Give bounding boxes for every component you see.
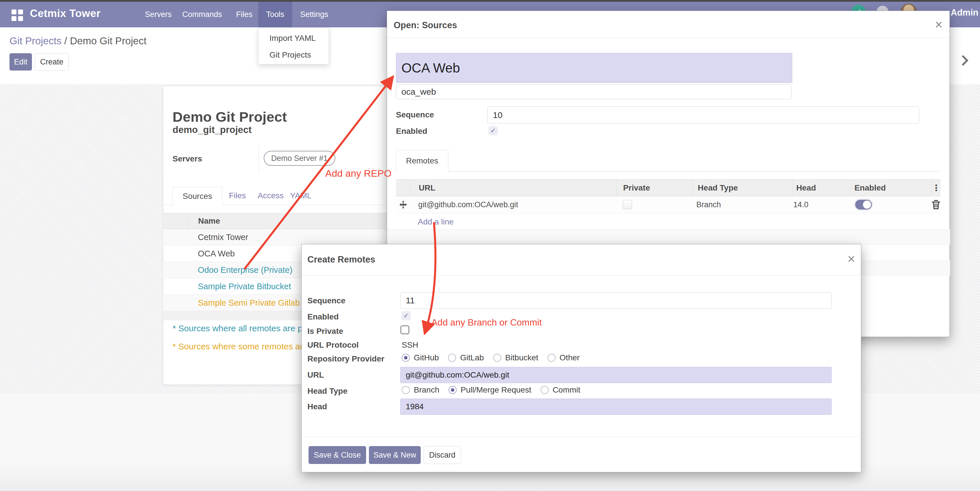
source-name-input[interactable]: OCA Web: [396, 53, 792, 83]
radio-github[interactable]: [402, 354, 410, 362]
modal-footer-divider: [302, 437, 862, 437]
notebook-tab-line: [396, 171, 940, 172]
save-close-button[interactable]: Save & Close: [309, 446, 366, 464]
servers-field-label: Servers: [173, 154, 202, 163]
add-a-line-link[interactable]: Add a line: [418, 217, 454, 226]
project-code: demo_git_project: [173, 124, 251, 135]
radio-gitlab[interactable]: [448, 354, 456, 362]
sequence-label: Sequence: [396, 110, 434, 120]
url-column-header[interactable]: URL: [410, 180, 617, 196]
sequence-input[interactable]: 10: [487, 107, 920, 123]
delete-row-icon[interactable]: [931, 200, 940, 209]
handle-column: [396, 180, 410, 196]
head-type-radios: Branch Pull/Merge Request Commit: [402, 385, 580, 395]
sequence-label: Sequence: [307, 296, 345, 305]
repository-provider-label: Repository Provider: [307, 354, 385, 363]
remote-head-cell[interactable]: 14.0: [790, 200, 847, 209]
url-protocol-value: SSH: [402, 341, 418, 350]
remote-row[interactable]: git@github.com:OCA/web.git Branch 14.0: [396, 196, 940, 213]
create-button[interactable]: Create: [35, 53, 69, 70]
discard-button[interactable]: Discard: [423, 446, 461, 464]
radio-bitbucket[interactable]: [493, 354, 501, 362]
server-tag[interactable]: Demo Server #1: [264, 151, 335, 166]
app-window: Cetmix Tower Servers Commands Files Tool…: [0, 0, 980, 491]
enabled-checkbox[interactable]: ✓: [401, 311, 410, 320]
apps-menu-icon[interactable]: [11, 10, 23, 21]
select-column: [163, 213, 189, 229]
url-protocol-label: URL Protocol: [307, 341, 359, 350]
breadcrumb: Git Projects / Demo Git Project: [10, 35, 146, 46]
enabled-label: Enabled: [396, 127, 427, 136]
nav-item-tools[interactable]: Tools: [258, 2, 292, 27]
footnote-semi-private: * Sources where some remotes are: [173, 342, 308, 351]
modal-header-divider: [387, 38, 950, 38]
remote-private-cell[interactable]: [614, 200, 692, 209]
is-private-checkbox[interactable]: [401, 325, 409, 334]
remote-enabled-cell: [847, 200, 931, 209]
menu-item-git-projects[interactable]: Git Projects: [259, 46, 329, 63]
tab-yaml[interactable]: YAML: [280, 187, 321, 205]
tab-sources[interactable]: Sources: [173, 187, 222, 205]
menu-item-import-yaml[interactable]: Import YAML: [259, 30, 329, 46]
name-column-header[interactable]: Name: [189, 217, 220, 226]
breadcrumb-parent-link[interactable]: Git Projects: [10, 35, 62, 46]
radio-pull-merge-request-label[interactable]: Pull/Merge Request: [461, 385, 531, 395]
nav-item-commands[interactable]: Commands: [175, 2, 229, 27]
private-column-header[interactable]: Private: [617, 180, 693, 196]
remotes-table-header: URL Private Head Type Head Enabled ⋮: [396, 179, 940, 196]
tools-dropdown: Import YAML Git Projects: [258, 28, 329, 64]
nav-item-settings[interactable]: Settings: [293, 2, 336, 27]
url-label: URL: [307, 370, 324, 379]
url-input[interactable]: git@github.com:OCA/web.git: [400, 367, 832, 383]
remote-head-type-cell[interactable]: Branch: [691, 200, 789, 209]
radio-branch-label[interactable]: Branch: [414, 385, 439, 395]
close-icon[interactable]: ×: [848, 252, 855, 265]
sequence-input[interactable]: 11: [400, 292, 832, 309]
enabled-label: Enabled: [307, 312, 339, 322]
nav-item-files[interactable]: Files: [229, 2, 260, 27]
head-type-column-header[interactable]: Head Type: [693, 180, 792, 196]
source-code-input[interactable]: oca_web: [396, 84, 792, 99]
user-name[interactable]: Admin: [951, 8, 978, 18]
breadcrumb-current: Demo Git Project: [70, 35, 146, 46]
head-type-label: Head Type: [307, 387, 348, 396]
radio-other-label[interactable]: Other: [560, 353, 580, 362]
repo-annotation: Add any REPO: [325, 168, 391, 179]
radio-commit-label[interactable]: Commit: [553, 385, 580, 395]
footnote-private: * Sources where all remotes are pri: [173, 324, 307, 333]
head-input[interactable]: 1984: [400, 399, 832, 415]
head-label: Head: [307, 402, 327, 411]
radio-bitbucket-label[interactable]: Bitbucket: [505, 353, 538, 362]
create-remotes-title: Create Remotes: [307, 254, 375, 265]
project-title: Demo Git Project: [173, 109, 287, 125]
radio-other[interactable]: [547, 354, 555, 362]
radio-pull-merge-request[interactable]: [449, 386, 457, 394]
enabled-checkbox[interactable]: ✓: [488, 126, 498, 135]
radio-github-label[interactable]: GitHub: [414, 353, 439, 362]
nav-item-servers[interactable]: Servers: [137, 2, 179, 27]
sources-modal-title: Open: Sources: [394, 20, 457, 30]
private-checkbox[interactable]: [623, 200, 632, 209]
check-icon: ✓: [491, 127, 496, 134]
breadcrumb-separator: /: [62, 35, 70, 46]
save-new-button[interactable]: Save & New: [369, 446, 421, 464]
check-icon: ✓: [403, 312, 409, 319]
drag-handle-icon[interactable]: [396, 200, 410, 209]
repository-provider-radios: GitHub GitLab Bitbucket Other: [402, 353, 580, 362]
optional-columns-icon[interactable]: ⋮: [932, 183, 940, 193]
radio-gitlab-label[interactable]: GitLab: [460, 353, 484, 362]
is-private-label: Is Private: [307, 327, 344, 336]
branch-annotation: Add any Branch or Commit: [431, 317, 542, 328]
enabled-toggle[interactable]: [855, 200, 872, 209]
head-column-header[interactable]: Head: [792, 180, 851, 196]
app-brand[interactable]: Cetmix Tower: [30, 8, 101, 19]
radio-branch[interactable]: [402, 386, 410, 394]
empty-row: [387, 230, 950, 245]
tab-remotes[interactable]: Remotes: [396, 150, 448, 172]
remote-url-cell[interactable]: git@github.com:OCA/web.git: [410, 200, 614, 209]
create-remotes-modal: Create Remotes × Sequence 11 Enabled ✓ I…: [301, 244, 861, 472]
enabled-column-header[interactable]: Enabled: [851, 180, 932, 196]
close-icon[interactable]: ×: [935, 18, 943, 31]
radio-commit[interactable]: [541, 386, 549, 394]
edit-button[interactable]: Edit: [10, 53, 32, 70]
